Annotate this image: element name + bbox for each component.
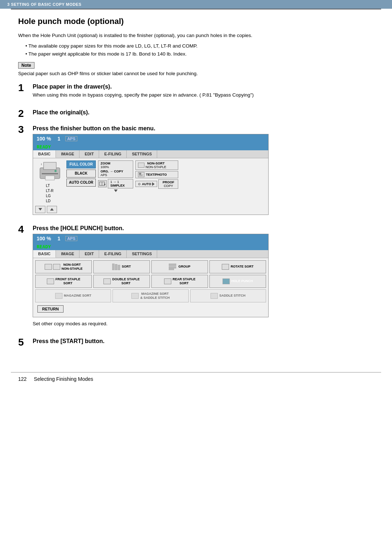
panel1-body: LT LT-R LG LD FULL COLOR BLACK AUTO COLO… bbox=[33, 158, 268, 206]
svg-rect-5 bbox=[41, 163, 42, 165]
zoom-button[interactable]: ZOOM 100% ORG. → COPY APS bbox=[98, 160, 133, 178]
tab-efiling-2[interactable]: E-FILING bbox=[99, 250, 127, 258]
ui-panel-1: 100 % 1 APS READY BASIC bbox=[33, 134, 269, 215]
group-icon bbox=[169, 264, 177, 270]
tab-image-2[interactable]: IMAGE bbox=[56, 250, 79, 258]
duplex-area: 1 → 1 SIMPLEX bbox=[98, 179, 133, 188]
footer: 122 Selecting Finishing Modes bbox=[0, 372, 392, 386]
panel1-status: READY bbox=[37, 144, 51, 150]
non-sort-icon bbox=[138, 163, 144, 168]
front-staple-icon bbox=[47, 278, 54, 284]
non-sort-staple-btn[interactable]: NON-SORT NON-STAPLE bbox=[35, 260, 92, 273]
auto-button[interactable]: ⊙ AUTO bbox=[135, 181, 157, 187]
saddle-stitch-btn[interactable]: SADDLE STITCH bbox=[190, 289, 266, 302]
tab-edit-1[interactable]: EDIT bbox=[79, 150, 99, 158]
duplex-icon bbox=[98, 180, 107, 187]
printer-icon bbox=[38, 160, 62, 182]
tab-edit-2[interactable]: EDIT bbox=[79, 250, 99, 258]
finisher-row-3: MAGAZINE SORT MAGAZINE SORT & SADDLE STI… bbox=[35, 289, 266, 302]
magazine-saddle-btn[interactable]: MAGAZINE SORT & SADDLE STITCH bbox=[113, 289, 188, 302]
return-button[interactable]: RETURN bbox=[37, 305, 64, 313]
svg-rect-3 bbox=[45, 176, 54, 180]
auto-color-button[interactable]: AUTO COLOR bbox=[66, 179, 96, 187]
svg-rect-1 bbox=[44, 162, 56, 170]
magazine-sort-btn[interactable]: MAGAZINE SORT bbox=[35, 289, 111, 302]
text-photo-button[interactable]: TEXT/PHOTO bbox=[135, 171, 178, 178]
tab-basic-2[interactable]: BASIC bbox=[33, 250, 56, 258]
panel1-aps: APS bbox=[65, 136, 77, 141]
tab-basic-1[interactable]: BASIC bbox=[33, 150, 56, 158]
svg-rect-2 bbox=[42, 173, 58, 174]
panel2-copies: 1 bbox=[55, 236, 62, 241]
tab-image-1[interactable]: IMAGE bbox=[56, 150, 79, 158]
saddle-stitch-icon bbox=[211, 293, 218, 299]
svg-rect-10 bbox=[139, 173, 141, 175]
step-5: 5 Press the [START] button. bbox=[18, 338, 374, 347]
magazine-saddle-icon bbox=[131, 293, 139, 299]
scroll-up-btn[interactable] bbox=[47, 206, 57, 213]
full-color-button[interactable]: FULL COLOR bbox=[66, 160, 96, 168]
step-4: 4 Press the [HOLE PUNCH] button. 100 % 1… bbox=[18, 225, 374, 331]
step-4-number: 4 bbox=[18, 224, 33, 235]
copy-modes-note: Set other copy modes as required. bbox=[33, 321, 374, 326]
svg-marker-8 bbox=[104, 183, 106, 186]
bullet-item-1: The available copy paper sizes for this … bbox=[25, 42, 374, 50]
step-2-content: Place the original(s). bbox=[33, 109, 374, 117]
step-2-number: 2 bbox=[18, 109, 33, 119]
note-container: Note Special paper such as OHP films or … bbox=[18, 62, 374, 76]
tab-efiling-1[interactable]: E-FILING bbox=[99, 150, 127, 158]
step-3-heading: Press the finisher button on the basic m… bbox=[33, 125, 374, 132]
footer-page-number: 122 bbox=[18, 376, 26, 382]
sort-label: SORT bbox=[122, 265, 131, 269]
rotate-sort-btn[interactable]: ROTATE SORT bbox=[209, 260, 266, 273]
scroll-down-btn[interactable] bbox=[35, 206, 45, 213]
non-staple-icon bbox=[53, 264, 60, 270]
paper-sizes: LT LT-R LG LD bbox=[46, 183, 54, 204]
double-staple-icon bbox=[103, 278, 111, 284]
double-staple-label: DOUBLE STAPLE SORT bbox=[112, 277, 139, 285]
intro-text: When the Hole Punch Unit (optional) is i… bbox=[18, 32, 374, 39]
note-text: Special paper such as OHP films or stick… bbox=[18, 71, 374, 76]
color-buttons: FULL COLOR BLACK AUTO COLOR bbox=[66, 160, 96, 187]
simplex-button[interactable]: 1 → 1 SIMPLEX bbox=[108, 179, 133, 188]
panel2-status: READY bbox=[37, 244, 51, 249]
sort-btn[interactable]: SORT bbox=[93, 260, 150, 273]
double-staple-btn[interactable]: DOUBLE STAPLE SORT bbox=[93, 275, 150, 288]
rotate-sort-label: ROTATE SORT bbox=[230, 265, 253, 269]
hole-punch-icon bbox=[222, 278, 230, 284]
non-sort-button[interactable]: NON-SORT NON-STAPLE bbox=[135, 160, 178, 170]
text-photo-icon bbox=[138, 172, 144, 177]
svg-rect-13 bbox=[112, 264, 114, 270]
rear-staple-btn[interactable]: REAR STAPLE SORT bbox=[151, 275, 208, 288]
auto-arrow bbox=[152, 182, 155, 186]
panel1-zoom: 100 % bbox=[37, 136, 51, 142]
step-1: 1 Place paper in the drawer(s). When usi… bbox=[18, 83, 374, 102]
rear-staple-icon bbox=[164, 278, 171, 284]
page-title: Hole punch mode (optional) bbox=[18, 17, 374, 26]
group-btn[interactable]: GROUP bbox=[151, 260, 208, 273]
svg-point-4 bbox=[54, 170, 57, 172]
rotate-sort-icon bbox=[222, 264, 229, 270]
tab-settings-2[interactable]: SETTINGS bbox=[127, 250, 157, 258]
svg-rect-18 bbox=[169, 269, 174, 270]
step-2: 2 Place the original(s). bbox=[18, 109, 374, 119]
black-button[interactable]: BLACK bbox=[66, 170, 96, 178]
zoom-simplex-area: ZOOM 100% ORG. → COPY APS bbox=[98, 160, 133, 192]
hole-punch-btn[interactable]: HOLE PUNCH bbox=[209, 275, 266, 288]
svg-rect-17 bbox=[169, 266, 176, 268]
tab-settings-1[interactable]: SETTINGS bbox=[127, 150, 157, 158]
footer-title: Selecting Finishing Modes bbox=[34, 376, 93, 382]
right-buttons: NON-SORT NON-STAPLE bbox=[135, 160, 178, 189]
front-staple-btn[interactable]: FRONT STAPLE SORT bbox=[35, 275, 92, 288]
header-bar: 3 SETTING OF BASIC COPY MODES bbox=[0, 0, 392, 9]
step-1-desc: When using this mode in bypass copying, … bbox=[33, 91, 374, 99]
finisher-row-2: FRONT STAPLE SORT DOUBLE STAPLE SORT bbox=[35, 275, 266, 288]
panel2-zoom: 100 % bbox=[37, 236, 51, 241]
panel2-tabs: BASIC IMAGE EDIT E-FILING SETTINGS bbox=[33, 250, 268, 258]
header-section-label: 3 SETTING OF BASIC COPY MODES bbox=[7, 2, 81, 7]
rear-staple-label: REAR STAPLE SORT bbox=[173, 277, 196, 285]
proof-copy-button[interactable]: PROOF COPY bbox=[158, 179, 178, 189]
group-label: GROUP bbox=[178, 265, 190, 269]
step-5-content: Press the [START] button. bbox=[33, 338, 374, 346]
panel2-header: 100 % 1 APS bbox=[33, 234, 268, 243]
